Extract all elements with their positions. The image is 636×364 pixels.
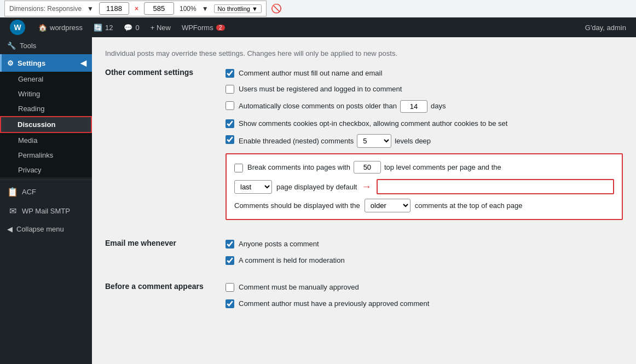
wp-logo: W xyxy=(10,20,25,35)
acf-label: ACF xyxy=(22,188,36,196)
no-signal-icon: 🚫 xyxy=(271,3,282,14)
checkbox-row-anyone-posts: Anyone posts a comment xyxy=(226,239,623,250)
checkbox-threaded-label: Enable threaded (nested) comments 123456… xyxy=(239,134,431,148)
sidebar-divider xyxy=(0,180,92,180)
checkbox-autoclose[interactable] xyxy=(226,101,234,110)
main-content: Individual posts may override these sett… xyxy=(92,37,636,364)
checkbox-row-author-name: Comment author must fill out name and em… xyxy=(226,68,623,79)
site-name-item[interactable]: 🏠 wordpress xyxy=(33,18,88,37)
checkbox-held-moderation-label: A comment is held for moderation xyxy=(239,255,345,266)
home-icon: 🏠 xyxy=(38,24,47,32)
width-input[interactable] xyxy=(99,2,129,15)
break-pages-input[interactable] xyxy=(354,161,381,174)
sidebar: 🔧 Tools ⚙ Settings ◀ General Writing Rea… xyxy=(0,37,92,364)
media-label: Media xyxy=(18,136,37,145)
sidebar-item-media[interactable]: Media xyxy=(0,133,92,148)
checkbox-held-moderation[interactable] xyxy=(226,256,234,265)
wpforms-badge: 2 xyxy=(216,25,225,31)
tools-icon: 🔧 xyxy=(7,42,16,50)
browser-bar: Dimensions: Responsive ▼ × 100% ▼ No thr… xyxy=(0,0,636,18)
reading-label: Reading xyxy=(18,105,44,113)
autoclose-days-input[interactable] xyxy=(400,100,427,113)
checkbox-cookies[interactable] xyxy=(226,119,234,128)
wpforms-item[interactable]: WPForms 2 xyxy=(176,18,230,37)
throttle-label: No throttling xyxy=(218,5,250,12)
checkbox-author-name-label: Comment author must fill out name and em… xyxy=(239,68,382,79)
sidebar-item-writing[interactable]: Writing xyxy=(0,86,92,101)
other-comment-settings-row: Other comment settings Comment author mu… xyxy=(105,68,623,228)
dimensions-label: Dimensions: Responsive xyxy=(9,5,82,13)
sidebar-item-wpmail[interactable]: ✉ WP Mail SMTP xyxy=(0,201,92,221)
autoclose-text-suffix: days xyxy=(431,101,446,112)
tools-label: Tools xyxy=(20,42,36,50)
display-order-select[interactable]: newer older xyxy=(365,199,410,212)
settings-label: Settings xyxy=(18,59,45,67)
updates-count: 12 xyxy=(105,24,113,32)
checkbox-row-registered: Users must be registered and logged in t… xyxy=(226,84,623,95)
sidebar-item-discussion[interactable]: Discussion xyxy=(0,116,92,133)
threaded-depth-select[interactable]: 12345678910 xyxy=(357,134,391,148)
sidebar-item-settings[interactable]: ⚙ Settings ◀ xyxy=(0,54,92,72)
sidebar-item-permalinks[interactable]: Permalinks xyxy=(0,148,92,163)
collapse-icon: ◀ xyxy=(7,225,13,233)
break-pages-box: Break comments into pages with top level… xyxy=(226,153,623,220)
checkbox-autoclose-label: Automatically close comments on posts ol… xyxy=(239,100,446,113)
checkbox-anyone-posts-label: Anyone posts a comment xyxy=(239,239,319,250)
comments-item[interactable]: 💬 0 xyxy=(118,18,144,37)
checkbox-row-prev-approved: Comment author must have a previously ap… xyxy=(226,298,623,309)
checkbox-break-label: Break comments into pages with top level… xyxy=(247,161,501,174)
acf-icon: 📋 xyxy=(7,187,18,197)
before-comment-section: Before a comment appears Comment must be… xyxy=(105,282,623,314)
settings-submenu: General Writing Reading Discussion Media… xyxy=(0,72,92,177)
red-arrow-annotation: → xyxy=(361,181,371,193)
dimensions-bar: Dimensions: Responsive ▼ × 100% ▼ No thr… xyxy=(4,1,267,16)
sidebar-item-privacy[interactable]: Privacy xyxy=(0,163,92,177)
checkbox-anyone-posts[interactable] xyxy=(226,240,234,249)
zoom-dropdown-icon[interactable]: ▼ xyxy=(202,5,209,13)
checkbox-author-name[interactable] xyxy=(226,69,234,78)
checkbox-threaded[interactable] xyxy=(226,135,234,144)
sidebar-item-acf[interactable]: 📋 ACF xyxy=(0,182,92,201)
checkbox-cookies-label: Show comments cookies opt-in checkbox, a… xyxy=(239,118,507,129)
new-item[interactable]: + New xyxy=(145,18,176,37)
checkbox-manually-approved[interactable] xyxy=(226,283,234,292)
sidebar-item-reading[interactable]: Reading xyxy=(0,101,92,116)
checkbox-prev-approved[interactable] xyxy=(226,299,234,308)
height-input[interactable] xyxy=(144,2,174,15)
break-text-suffix: top level comments per page and the xyxy=(384,162,501,173)
checkbox-registered[interactable] xyxy=(226,85,234,94)
notice-text: Individual posts may override these sett… xyxy=(105,48,623,59)
collapse-label: Collapse menu xyxy=(16,225,64,233)
writing-label: Writing xyxy=(18,90,40,98)
checkbox-row-held-moderation: A comment is held for moderation xyxy=(226,255,623,266)
admin-bar: W 🏠 wordpress 🔄 12 💬 0 + New WPForms 2 G… xyxy=(0,18,636,37)
break-text-prefix: Break comments into pages with xyxy=(247,162,350,173)
sidebar-item-tools[interactable]: 🔧 Tools xyxy=(0,37,92,54)
page-order-select[interactable]: first last xyxy=(234,180,272,194)
wp-logo-item[interactable]: W xyxy=(4,18,33,37)
discussion-label: Discussion xyxy=(18,120,55,129)
threaded-text-prefix: Enable threaded (nested) comments xyxy=(239,136,354,147)
sidebar-item-general[interactable]: General xyxy=(0,72,92,86)
other-comment-settings-title: Other comment settings xyxy=(105,68,226,77)
sidebar-collapse[interactable]: ◀ Collapse menu xyxy=(0,221,92,238)
dimensions-separator: × xyxy=(135,5,138,13)
wpforms-label: WPForms xyxy=(182,24,213,32)
checkbox-row-manually-approved: Comment must be manually approved xyxy=(226,282,623,293)
checkbox-row-threaded: Enable threaded (nested) comments 123456… xyxy=(226,134,623,148)
general-label: General xyxy=(18,75,43,83)
page-display-row: first last page displayed by default → xyxy=(234,179,614,194)
threaded-text-suffix: levels deep xyxy=(395,136,431,147)
updates-item[interactable]: 🔄 12 xyxy=(88,18,118,37)
dimensions-dropdown-icon[interactable]: ▼ xyxy=(87,5,94,13)
display-suffix: comments at the top of each page xyxy=(415,201,523,210)
updates-icon: 🔄 xyxy=(94,24,102,32)
checkbox-row-autoclose: Automatically close comments on posts ol… xyxy=(226,100,623,113)
email-section-title: Email me whenever xyxy=(105,239,226,247)
throttle-button[interactable]: No throttling ▼ xyxy=(214,4,262,13)
permalinks-label: Permalinks xyxy=(18,151,53,159)
before-comment-title: Before a comment appears xyxy=(105,282,226,291)
checkbox-break[interactable] xyxy=(234,164,243,172)
wpmail-icon: ✉ xyxy=(7,206,18,216)
privacy-label: Privacy xyxy=(18,166,42,174)
